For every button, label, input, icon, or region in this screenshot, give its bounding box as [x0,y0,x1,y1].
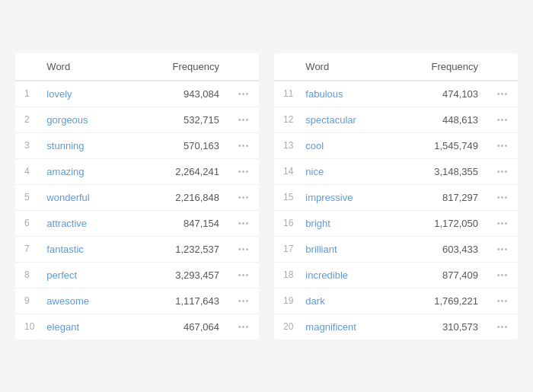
word-cell[interactable]: impressive [296,184,394,210]
row-action-button[interactable]: ••• [487,132,518,158]
frequency-cell: 474,103 [394,81,487,107]
action-header [487,53,518,81]
row-number: 11 [274,81,296,107]
tables-container: WordFrequency1lovely943,084•••2gorgeous5… [15,53,518,339]
word-cell[interactable]: dark [296,288,394,314]
word-header: Word [37,53,130,81]
row-number: 13 [274,132,296,158]
table-row: 7fantastic1,232,537••• [15,236,259,262]
table-row: 1lovely943,084••• [15,81,259,107]
row-action-button[interactable]: ••• [487,158,518,184]
row-action-button[interactable]: ••• [487,314,518,339]
word-cell[interactable]: cool [296,132,394,158]
table-row: 5wonderful2,216,848••• [15,184,259,210]
row-number: 4 [15,158,37,184]
word-cell[interactable]: perfect [37,262,130,288]
word-cell[interactable]: attractive [37,210,130,236]
row-action-button[interactable]: ••• [228,107,259,132]
row-action-button[interactable]: ••• [228,210,259,236]
row-number: 20 [274,314,296,339]
frequency-cell: 2,264,241 [130,158,228,184]
word-cell[interactable]: nice [296,158,394,184]
row-number: 2 [15,107,37,132]
word-cell[interactable]: lovely [37,81,130,107]
table-row: 17brilliant603,433••• [274,236,518,262]
row-number: 10 [15,314,37,339]
num-header [15,53,37,81]
row-action-button[interactable]: ••• [228,158,259,184]
table-row: 20magnificent310,573••• [274,314,518,339]
word-cell[interactable]: fantastic [37,236,130,262]
row-action-button[interactable]: ••• [228,314,259,339]
table-row: 14nice3,148,355••• [274,158,518,184]
right-table: WordFrequency11fabulous474,103•••12spect… [274,53,518,339]
frequency-header: Frequency [130,53,228,81]
word-cell[interactable]: fabulous [296,81,394,107]
row-number: 1 [15,81,37,107]
table-row: 18incredible877,409••• [274,262,518,288]
table-row: 16bright1,172,050••• [274,210,518,236]
frequency-cell: 448,613 [394,107,487,132]
word-cell[interactable]: gorgeous [37,107,130,132]
word-cell[interactable]: amazing [37,158,130,184]
row-action-button[interactable]: ••• [228,132,259,158]
word-cell[interactable]: elegant [37,314,130,339]
table-row: 2gorgeous532,715••• [15,107,259,132]
row-action-button[interactable]: ••• [228,184,259,210]
table-row: 15impressive817,297••• [274,184,518,210]
frequency-cell: 817,297 [394,184,487,210]
frequency-cell: 1,545,749 [394,132,487,158]
table-row: 12spectacular448,613••• [274,107,518,132]
row-action-button[interactable]: ••• [487,236,518,262]
row-number: 18 [274,262,296,288]
row-action-button[interactable]: ••• [487,184,518,210]
frequency-cell: 532,715 [130,107,228,132]
word-cell[interactable]: incredible [296,262,394,288]
frequency-cell: 1,769,221 [394,288,487,314]
row-action-button[interactable]: ••• [228,288,259,314]
frequency-cell: 943,084 [130,81,228,107]
frequency-cell: 877,409 [394,262,487,288]
word-cell[interactable]: magnificent [296,314,394,339]
word-header: Word [296,53,394,81]
row-number: 15 [274,184,296,210]
row-number: 17 [274,236,296,262]
row-action-button[interactable]: ••• [487,81,518,107]
row-action-button[interactable]: ••• [487,107,518,132]
word-cell[interactable]: wonderful [37,184,130,210]
table-row: 3stunning570,163••• [15,132,259,158]
table-row: 8perfect3,293,457••• [15,262,259,288]
word-cell[interactable]: stunning [37,132,130,158]
row-action-button[interactable]: ••• [487,262,518,288]
action-header [228,53,259,81]
row-number: 3 [15,132,37,158]
num-header [274,53,296,81]
frequency-cell: 2,216,848 [130,184,228,210]
table-row: 13cool1,545,749••• [274,132,518,158]
table-row: 10elegant467,064••• [15,314,259,339]
frequency-cell: 603,433 [394,236,487,262]
row-action-button[interactable]: ••• [228,81,259,107]
frequency-cell: 1,232,537 [130,236,228,262]
row-number: 9 [15,288,37,314]
table-row: 4amazing2,264,241••• [15,158,259,184]
frequency-cell: 467,064 [130,314,228,339]
table-row: 19dark1,769,221••• [274,288,518,314]
word-cell[interactable]: bright [296,210,394,236]
table-row: 11fabulous474,103••• [274,81,518,107]
frequency-cell: 847,154 [130,210,228,236]
row-action-button[interactable]: ••• [487,288,518,314]
row-number: 7 [15,236,37,262]
row-number: 6 [15,210,37,236]
row-number: 12 [274,107,296,132]
row-action-button[interactable]: ••• [487,210,518,236]
word-cell[interactable]: brilliant [296,236,394,262]
frequency-cell: 1,117,643 [130,288,228,314]
word-cell[interactable]: awesome [37,288,130,314]
word-cell[interactable]: spectacular [296,107,394,132]
row-number: 14 [274,158,296,184]
row-action-button[interactable]: ••• [228,236,259,262]
frequency-cell: 1,172,050 [394,210,487,236]
row-number: 8 [15,262,37,288]
row-action-button[interactable]: ••• [228,262,259,288]
